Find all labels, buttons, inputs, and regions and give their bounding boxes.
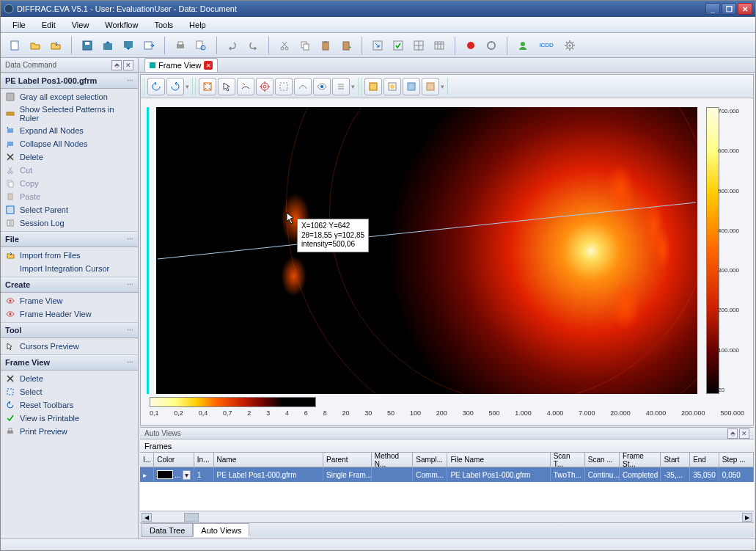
col-0[interactable]: I... bbox=[140, 453, 154, 467]
undo-button[interactable] bbox=[223, 36, 242, 55]
paste-button[interactable] bbox=[316, 36, 335, 55]
user-button[interactable] bbox=[513, 36, 532, 55]
rotate-right-button[interactable] bbox=[166, 78, 184, 95]
frames-header[interactable]: Frames bbox=[140, 439, 754, 453]
cmd-session-log[interactable]: Session Log bbox=[1, 216, 138, 230]
tab-auto-views[interactable]: Auto Views bbox=[193, 523, 249, 537]
col-3[interactable]: Name bbox=[214, 453, 324, 467]
cmd-cursors-preview[interactable]: Cursors Preview bbox=[1, 340, 138, 353]
horizontal-scrollbar[interactable]: ◀ ▶ bbox=[140, 511, 754, 522]
visibility-button[interactable] bbox=[313, 78, 331, 95]
close-tab-button[interactable]: ✕ bbox=[204, 61, 213, 70]
scroll-right-button[interactable]: ▶ bbox=[742, 513, 752, 522]
table-row[interactable]: ▸...▾1PE Label Pos1-000.gfrmSingle Fram.… bbox=[140, 467, 754, 482]
menu-help[interactable]: Help bbox=[182, 18, 213, 32]
col-5[interactable]: Method N... bbox=[372, 453, 413, 467]
scroll-left-button[interactable]: ◀ bbox=[142, 513, 152, 522]
cmd-import-integration-cursor[interactable]: Import Integration Cursor bbox=[1, 262, 138, 275]
pin-button[interactable]: ⬘ bbox=[111, 60, 122, 70]
copy-button[interactable] bbox=[296, 36, 315, 55]
table-tool-button[interactable] bbox=[430, 36, 449, 55]
cmd-cut[interactable]: Cut bbox=[1, 164, 138, 177]
scale-sqrt-button[interactable] bbox=[403, 78, 420, 95]
col-2[interactable]: In... bbox=[194, 453, 214, 467]
grid-tool-button[interactable] bbox=[409, 36, 428, 55]
cmd-delete[interactable]: Delete bbox=[1, 150, 138, 164]
fit-button[interactable] bbox=[199, 78, 216, 95]
col-7[interactable]: File Name bbox=[447, 453, 550, 467]
panel-file-header[interactable]: PE Label Pos1-000.gfrm ⋯ bbox=[1, 73, 138, 89]
cut-button[interactable] bbox=[275, 36, 294, 55]
path-button[interactable] bbox=[294, 78, 312, 95]
menu-workflow[interactable]: Workflow bbox=[98, 18, 145, 32]
menu-edit[interactable]: Edit bbox=[34, 18, 63, 32]
close-sidebar-button[interactable]: ✕ bbox=[123, 60, 133, 70]
col-11[interactable]: Start bbox=[661, 453, 690, 467]
save-down-button[interactable] bbox=[119, 36, 138, 55]
print-button[interactable] bbox=[171, 36, 190, 55]
save-up-button[interactable] bbox=[98, 36, 117, 55]
open-button[interactable] bbox=[26, 36, 45, 55]
scale-custom-button[interactable] bbox=[422, 78, 439, 95]
col-13[interactable]: Step ... bbox=[719, 453, 754, 467]
cmd-paste[interactable]: Paste bbox=[1, 190, 138, 203]
check-tool-button[interactable] bbox=[389, 36, 408, 55]
cmd-collapse-all-nodes[interactable]: Collapse All Nodes bbox=[1, 137, 138, 150]
col-4[interactable]: Parent bbox=[323, 453, 372, 467]
export-button[interactable] bbox=[139, 36, 158, 55]
minimize-button[interactable]: _ bbox=[705, 3, 720, 15]
redo-button[interactable] bbox=[243, 36, 263, 55]
rotate-left-button[interactable] bbox=[147, 78, 165, 95]
panel-create[interactable]: Create⋯ bbox=[1, 277, 138, 293]
gear-button[interactable] bbox=[560, 36, 579, 55]
cmd-frame-header-view[interactable]: Frame Header View bbox=[1, 307, 138, 321]
cmd-select-parent[interactable]: Select Parent bbox=[1, 203, 138, 216]
cmd-print-preview[interactable]: Print Preview bbox=[1, 425, 138, 438]
menu-tools[interactable]: Tools bbox=[147, 18, 180, 32]
cmd-frame-view[interactable]: Frame View bbox=[1, 294, 138, 307]
av-close-button[interactable]: ✕ bbox=[739, 428, 749, 439]
tab-data-tree[interactable]: Data Tree bbox=[142, 523, 193, 537]
icdd-button[interactable]: ICDD bbox=[534, 36, 559, 55]
cmd-expand-all-nodes[interactable]: Expand All Nodes bbox=[1, 124, 138, 137]
cursor-tool-button[interactable] bbox=[368, 36, 387, 55]
paste-plus-button[interactable]: + bbox=[337, 36, 356, 55]
cmd-copy[interactable]: Copy bbox=[1, 177, 138, 190]
col-12[interactable]: End bbox=[690, 453, 719, 467]
cmd-reset-toolbars[interactable]: Reset Toolbars bbox=[1, 398, 138, 412]
panel-file[interactable]: File⋯ bbox=[1, 232, 138, 247]
region-button[interactable] bbox=[275, 78, 293, 95]
print-preview-button[interactable] bbox=[191, 36, 210, 55]
col-1[interactable]: Color bbox=[154, 453, 194, 467]
maximize-button[interactable]: ❐ bbox=[722, 3, 736, 15]
panel-frame-view[interactable]: Frame View⋯ bbox=[1, 355, 138, 371]
select-arc-button[interactable] bbox=[237, 78, 254, 95]
list-button[interactable] bbox=[332, 78, 350, 95]
av-pin-button[interactable]: ⬘ bbox=[727, 428, 738, 439]
scale-lin-button[interactable] bbox=[364, 78, 382, 95]
import-button[interactable] bbox=[46, 36, 65, 55]
target-button[interactable] bbox=[256, 78, 274, 95]
diffraction-image[interactable]: X=1062 Y=642 2θ=18,55 γ=102,85 intensity… bbox=[156, 107, 697, 394]
col-8[interactable]: Scan T... bbox=[551, 453, 585, 467]
record-button[interactable] bbox=[461, 36, 480, 55]
cmd-show-selected-patterns-in-ruler[interactable]: Show Selected Patterns in Ruler bbox=[1, 103, 138, 124]
tab-frame-view[interactable]: Frame View ✕ bbox=[144, 58, 218, 72]
pointer-button[interactable] bbox=[218, 78, 235, 95]
cmd-select[interactable]: Select bbox=[1, 385, 138, 398]
col-6[interactable]: Sampl... bbox=[413, 453, 447, 467]
menu-view[interactable]: View bbox=[65, 18, 97, 32]
cmd-import-from-files[interactable]: Import from Files bbox=[1, 249, 138, 262]
panel-tool[interactable]: Tool⋯ bbox=[1, 323, 138, 338]
menu-file[interactable]: File bbox=[5, 18, 33, 32]
scale-log-button[interactable] bbox=[383, 78, 401, 95]
col-10[interactable]: Frame St... bbox=[620, 453, 661, 467]
col-9[interactable]: Scan ... bbox=[585, 453, 620, 467]
record2-button[interactable] bbox=[482, 36, 501, 55]
scroll-thumb[interactable] bbox=[184, 513, 199, 522]
close-button[interactable]: ✕ bbox=[738, 3, 752, 15]
save-button[interactable] bbox=[78, 36, 97, 55]
cmd-gray-all-except-selection[interactable]: Gray all except selection bbox=[1, 90, 138, 103]
cmd-view-is-printable[interactable]: View is Printable bbox=[1, 412, 138, 425]
cmd-delete[interactable]: Delete bbox=[1, 372, 138, 385]
